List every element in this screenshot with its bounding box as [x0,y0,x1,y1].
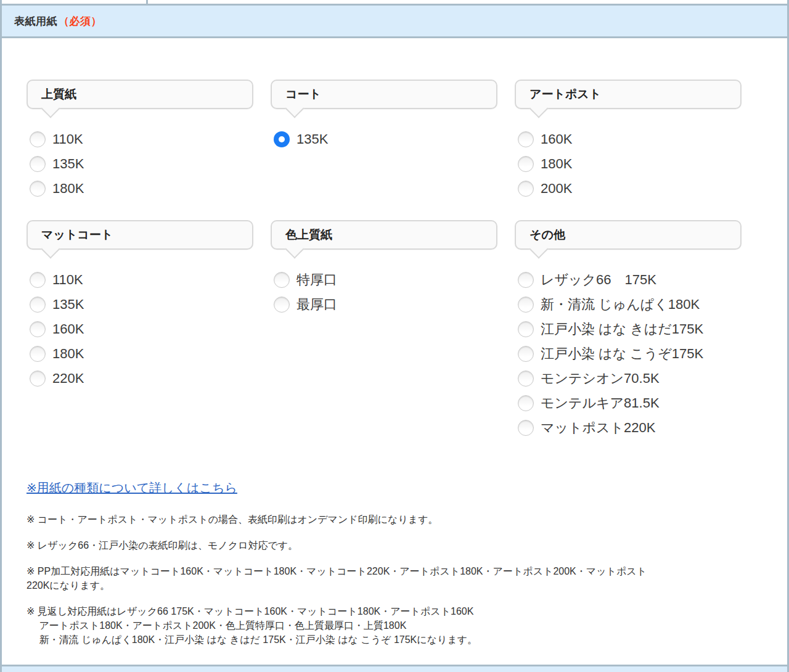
radio-label: 最厚口 [296,295,337,314]
paper-group-label: 上質紙 [41,86,76,102]
radio-label: 江戸小染 はな こうぞ175K [541,345,703,363]
paper-group-bubble: コート [271,80,497,109]
paper-options-list: 110K 135K 180K [27,127,253,201]
paper-group-bubble: アートポスト [515,80,742,109]
radio-input[interactable] [30,181,46,197]
note-pp-coating: ※ PP加工対応用紙はマットコート160K・マットコート180K・マットコート2… [27,564,769,592]
radio-label: 110K [52,272,83,288]
section-body: 上質紙 110K 135K 180K コート 135K アートポスト 160K … [2,38,787,647]
paper-group-label: アートポスト [529,86,601,102]
radio-input[interactable] [30,297,46,313]
paper-group-label: その他 [529,227,565,243]
radio-option[interactable]: 新・清流 じゅんぱく180K [518,292,742,317]
radio-label: モンテルキア81.5K [541,394,660,412]
radio-label: モンテシオン70.5K [541,369,660,388]
radio-input[interactable] [30,156,46,172]
paper-options-list: レザック66 175K 新・清流 じゅんぱく180K 江戸小染 はな きはだ17… [515,268,742,440]
paper-types-detail-link[interactable]: ※用紙の種類について詳しくはこちら [27,480,237,496]
radio-input[interactable] [30,321,46,337]
radio-option[interactable]: 200K [518,176,742,201]
radio-option[interactable]: 180K [518,152,742,176]
radio-option[interactable]: 最厚口 [274,292,497,317]
radio-option[interactable]: 135K [274,127,497,152]
radio-label: 160K [52,321,84,337]
paper-options-list: 特厚口 最厚口 [271,268,497,317]
paper-group-label: 色上質紙 [285,227,332,243]
radio-label: 135K [296,131,328,147]
previous-row-strip [2,0,787,4]
radio-input[interactable] [274,272,290,288]
paper-options-list: 160K 180K 200K [515,127,742,201]
radio-input[interactable] [518,395,534,411]
radio-label: マットポスト220K [541,419,655,437]
paper-group-bubble: マットコート [27,220,253,250]
radio-label: 新・清流 じゅんぱく180K [541,295,700,314]
section-title: 表紙用紙 [14,14,57,28]
radio-input[interactable] [518,131,534,147]
radio-label: 特厚口 [296,271,337,289]
radio-input[interactable] [30,131,46,147]
paper-groups-grid: 上質紙 110K 135K 180K コート 135K アートポスト 160K … [27,80,769,440]
radio-option[interactable]: 220K [30,366,253,391]
radio-input[interactable] [518,156,534,172]
radio-option[interactable]: 江戸小染 はな きはだ175K [518,317,742,342]
radio-input[interactable] [518,297,534,313]
radio-input[interactable] [518,272,534,288]
radio-option[interactable]: 110K [30,268,253,292]
radio-option[interactable]: 特厚口 [274,268,497,292]
radio-option[interactable]: 135K [30,152,253,176]
radio-option[interactable]: 160K [30,317,253,342]
radio-input[interactable] [518,371,534,387]
radio-label: 180K [541,156,572,172]
paper-group: アートポスト 160K 180K 200K [515,80,742,201]
radio-input[interactable] [518,346,534,362]
radio-label: 135K [52,297,84,313]
paper-group: マットコート 110K 135K 160K 180K 220K [27,220,253,391]
paper-group-label: コート [285,86,321,102]
note-endpaper: ※ 見返し対応用紙はレザック66 175K・マットコート160K・マットコート1… [27,604,769,647]
radio-label: 江戸小染 はな きはだ175K [541,320,703,338]
paper-group: コート 135K [271,80,497,152]
radio-option[interactable]: モンテシオン70.5K [518,366,742,391]
radio-option[interactable]: 江戸小染 はな こうぞ175K [518,342,742,366]
radio-label: 220K [52,371,84,387]
radio-input[interactable] [518,181,534,197]
paper-group-bubble: 上質紙 [27,80,253,109]
paper-group-bubble: その他 [515,220,742,250]
radio-option[interactable]: 110K [30,127,253,152]
radio-input[interactable] [30,346,46,362]
note-monochrome: ※ レザック66・江戸小染の表紙印刷は、モノクロ対応です。 [27,538,769,552]
paper-group: 上質紙 110K 135K 180K [27,80,253,201]
radio-input[interactable] [274,297,290,313]
radio-label: 200K [541,181,572,197]
paper-options-list: 110K 135K 160K 180K 220K [27,268,253,391]
radio-label: 135K [52,156,84,172]
previous-row-cell-divider [146,0,148,4]
paper-group: 色上質紙 特厚口 最厚口 [271,220,497,317]
radio-label: 160K [541,131,572,147]
section-header: 表紙用紙 （必須） [2,4,787,38]
radio-input[interactable] [30,371,46,387]
radio-label: 180K [52,181,84,197]
radio-option[interactable]: 180K [30,176,253,201]
next-section-strip [2,665,787,672]
radio-input[interactable] [274,131,290,147]
radio-option[interactable]: レザック66 175K [518,268,742,292]
radio-option[interactable]: 160K [518,127,742,152]
cover-paper-section: 表紙用紙 （必須） 上質紙 110K 135K 180K コート 135K アー… [0,0,789,672]
radio-input[interactable] [518,321,534,337]
radio-option[interactable]: 135K [30,292,253,317]
paper-options-list: 135K [271,127,497,152]
required-badge: （必須） [59,14,102,28]
radio-input[interactable] [518,420,534,436]
paper-group-label: マットコート [41,227,113,243]
radio-option[interactable]: モンテルキア81.5K [518,391,742,416]
paper-group-bubble: 色上質紙 [271,220,497,250]
radio-label: レザック66 175K [541,271,656,289]
radio-input[interactable] [30,272,46,288]
note-ondemand: ※ コート・アートポスト・マットポストの場合、表紙印刷はオンデマンド印刷になりま… [27,512,769,527]
radio-label: 180K [52,346,84,362]
radio-option[interactable]: マットポスト220K [518,416,742,440]
radio-option[interactable]: 180K [30,342,253,366]
radio-label: 110K [52,131,83,147]
